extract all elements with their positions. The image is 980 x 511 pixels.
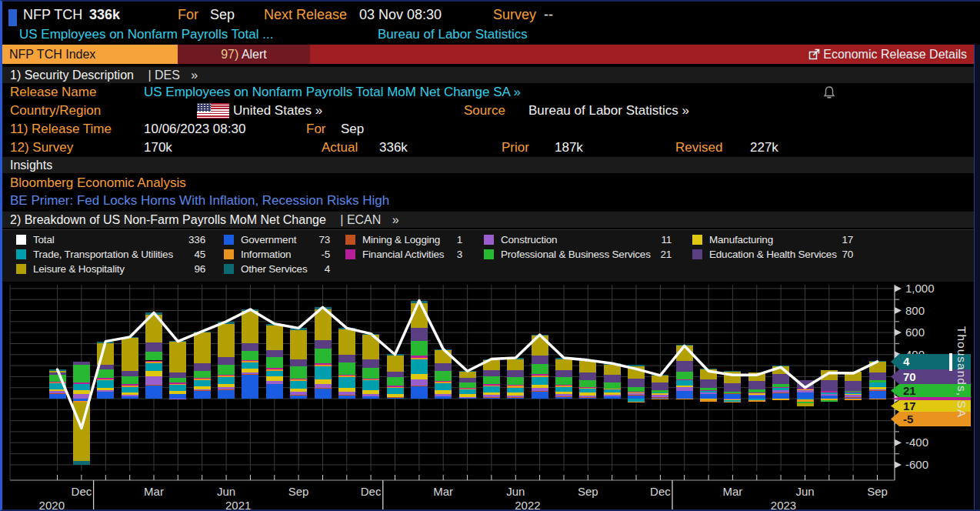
- svg-text:Dec: Dec: [650, 485, 671, 498]
- svg-text:1,000: 1,000: [905, 282, 935, 295]
- svg-text:2021: 2021: [225, 499, 251, 511]
- svg-text:800: 800: [905, 304, 925, 317]
- section-security-description[interactable]: 1) Security Description | DES »: [2, 66, 976, 83]
- total-last-value-marker: [949, 353, 952, 371]
- release-details-label: Economic Release Details: [823, 48, 967, 61]
- release-time-label: 11) Release Time: [10, 121, 112, 138]
- ticker-symbol: NFP TCH: [23, 5, 82, 25]
- alert-number: 97): [221, 48, 238, 61]
- revised-value: 227k: [750, 139, 778, 156]
- release-for-value: Sep: [341, 121, 364, 138]
- svg-text:Jun: Jun: [795, 485, 814, 498]
- source-label: Source: [464, 102, 505, 119]
- alert-label: Alert: [242, 48, 267, 61]
- us-flag-icon: [197, 103, 229, 119]
- svg-text:Mar: Mar: [433, 485, 453, 498]
- survey-label: Survey: [493, 5, 536, 25]
- des-command[interactable]: | DES: [148, 68, 180, 82]
- actual-value: 336k: [379, 139, 408, 156]
- release-name-row: Release Name US Employees on Nonfarm Pay…: [2, 84, 976, 101]
- chart-canvas: -600-400-20002004006008001,000DecMarJunS…: [2, 282, 980, 511]
- country-value[interactable]: United States »: [233, 102, 322, 119]
- bell-icon[interactable]: [822, 85, 836, 100]
- legend-value: 4: [299, 262, 330, 276]
- headline-value: 336k: [89, 5, 120, 25]
- prior-value: 187k: [555, 139, 583, 156]
- window-right-edge: [974, 45, 980, 511]
- section-breakdown[interactable]: 2) Breakdown of US Non-Farm Payrolls MoM…: [2, 211, 976, 228]
- insights-title: Insights: [2, 159, 52, 172]
- svg-text:-400: -400: [905, 436, 928, 449]
- release-name-label: Release Name: [10, 84, 96, 101]
- be-primer-link[interactable]: BE Primer: Fed Locks Horns With Inflatio…: [10, 192, 389, 209]
- svg-text:2022: 2022: [515, 499, 540, 511]
- actual-label: Actual: [322, 139, 358, 156]
- legend-value: 70: [822, 248, 853, 262]
- y-axis-title: Thousands, SA: [955, 326, 968, 511]
- svg-text:Sep: Sep: [578, 485, 598, 498]
- svg-text:2020: 2020: [39, 499, 65, 511]
- section-1-title: 1) Security Description: [2, 68, 134, 82]
- for-label: For: [178, 5, 198, 25]
- release-time-value: 10/06/2023 08:30: [144, 121, 245, 138]
- chart-legend: Total336Trade, Transportation & Utilitie…: [2, 229, 976, 282]
- des-chevrons[interactable]: »: [191, 68, 198, 82]
- svg-text:Sep: Sep: [288, 485, 309, 498]
- security-description-text: US Employees on Nonfarm Payrolls Total .…: [19, 25, 273, 44]
- svg-text:Jun: Jun: [217, 485, 235, 498]
- legend-swatch: [224, 264, 234, 274]
- next-release-value: 03 Nov 08:30: [359, 5, 442, 25]
- legend-label: Manufacturing: [709, 233, 773, 247]
- release-name-value[interactable]: US Employees on Nonfarm Payrolls Total M…: [144, 84, 521, 101]
- section-2-title: 2) Breakdown of US Non-Farm Payrolls MoM…: [2, 213, 326, 226]
- export-icon: [808, 48, 820, 60]
- release-for-label: For: [306, 121, 326, 138]
- svg-text:Jun: Jun: [506, 485, 525, 498]
- svg-text:Mar: Mar: [722, 485, 742, 498]
- next-release-label: Next Release: [264, 5, 347, 25]
- legend-swatch: [692, 235, 702, 245]
- survey-value: --: [544, 5, 553, 25]
- survey-row[interactable]: 12) Survey 170k Actual 336k Prior 187k R…: [2, 139, 976, 156]
- legend-item[interactable]: Education & Health Services70: [2, 248, 976, 262]
- survey-row-value: 170k: [144, 139, 172, 156]
- for-value: Sep: [210, 5, 235, 25]
- svg-text:Dec: Dec: [72, 485, 92, 498]
- ecan-chevrons[interactable]: »: [392, 213, 399, 226]
- svg-text:Sep: Sep: [867, 485, 888, 498]
- legend-label: Other Services: [241, 262, 307, 276]
- bloomberg-terminal-screen: NFP TCH 336k For Sep Next Release 03 Nov…: [0, 0, 980, 511]
- country-label: Country/Region: [10, 102, 101, 119]
- legend-item[interactable]: Other Services4: [2, 262, 976, 276]
- country-row: Country/Region United States » Source Bu…: [2, 102, 976, 119]
- ecan-command[interactable]: | ECAN: [340, 213, 381, 226]
- source-text: Bureau of Labor Statistics: [378, 25, 528, 44]
- payrolls-chart: -600-400-20002004006008001,000DecMarJunS…: [2, 282, 980, 511]
- economic-release-details-button[interactable]: Economic Release Details: [808, 45, 967, 64]
- svg-text:Dec: Dec: [361, 485, 382, 498]
- svg-text:600: 600: [905, 326, 925, 339]
- header-row: NFP TCH 336k For Sep Next Release 03 Nov…: [2, 5, 974, 25]
- revised-label: Revised: [675, 139, 722, 156]
- survey-row-label: 12) Survey: [10, 139, 73, 156]
- source-value[interactable]: Bureau of Labor Statistics »: [528, 102, 689, 119]
- section-insights: Insights: [2, 156, 976, 173]
- header-subrow: US Employees on Nonfarm Payrolls Total .…: [2, 25, 974, 44]
- prior-label: Prior: [502, 139, 529, 156]
- tab-alert[interactable]: 97) Alert: [178, 45, 310, 64]
- svg-text:-600: -600: [905, 458, 928, 471]
- legend-item[interactable]: Manufacturing17: [2, 233, 976, 247]
- bloomberg-economic-analysis: Bloomberg Economic Analysis: [10, 175, 186, 192]
- release-time-row[interactable]: 11) Release Time 10/06/2023 08:30 For Se…: [2, 121, 976, 138]
- legend-label: Education & Health Services: [709, 248, 837, 262]
- svg-text:Mar: Mar: [144, 485, 164, 498]
- tab-nfp-tch-index[interactable]: NFP TCH Index: [2, 45, 178, 64]
- text-cursor: [8, 9, 17, 26]
- toolbar: NFP TCH Index 97) Alert Economic Release…: [2, 45, 976, 64]
- legend-value: 17: [822, 233, 853, 247]
- svg-text:2023: 2023: [771, 499, 796, 511]
- legend-swatch: [692, 249, 702, 259]
